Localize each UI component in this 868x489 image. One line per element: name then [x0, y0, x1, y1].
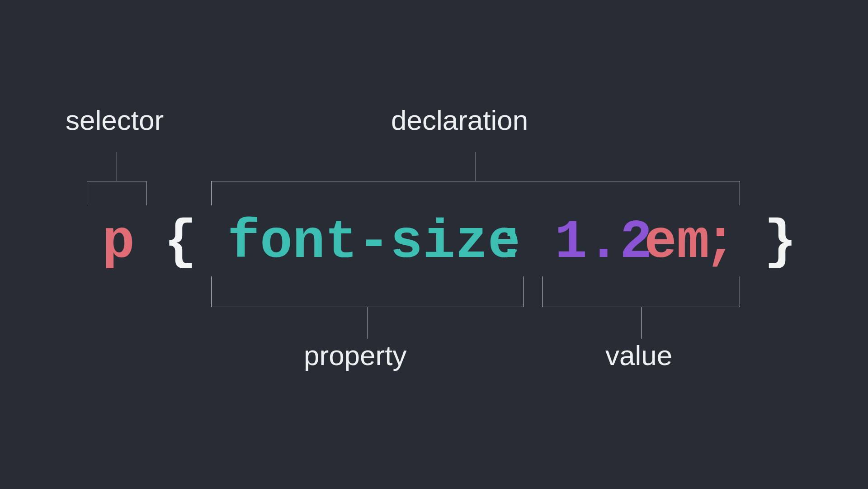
- label-property: property: [304, 339, 406, 371]
- token-semicolon: ;: [704, 212, 736, 273]
- token-property: font-size: [227, 212, 520, 273]
- selector-bracket: [87, 181, 146, 205]
- token-brace-close: }: [764, 212, 797, 273]
- value-stem: [641, 307, 642, 339]
- value-bracket: [542, 276, 740, 307]
- token-unit: em: [644, 212, 709, 273]
- token-number: 1.2: [555, 212, 652, 273]
- token-selector: p: [102, 212, 135, 273]
- declaration-stem: [476, 152, 476, 181]
- selector-stem: [117, 152, 117, 181]
- token-colon: :: [495, 212, 528, 273]
- label-declaration: declaration: [391, 104, 528, 136]
- label-value: value: [605, 339, 672, 371]
- token-brace-open: {: [164, 212, 197, 273]
- css-anatomy-diagram: selector declaration p { font-size : 1.2…: [0, 0, 868, 489]
- label-selector: selector: [66, 104, 164, 136]
- property-bracket: [211, 276, 524, 307]
- declaration-bracket: [211, 181, 740, 205]
- property-stem: [368, 307, 368, 339]
